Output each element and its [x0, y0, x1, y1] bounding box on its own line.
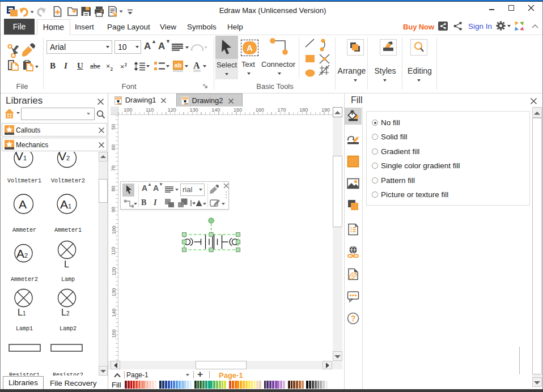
svg-text:?: ?	[351, 314, 356, 323]
